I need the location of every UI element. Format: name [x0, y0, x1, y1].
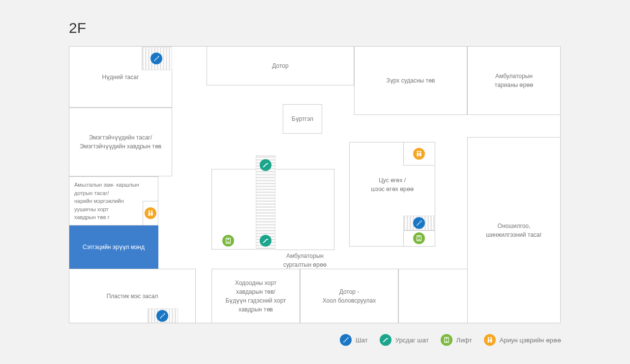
room-gastro-cancer[interactable]: Ходоодны хортхавдарын төв/Бүдүүн гэдэсни… [211, 269, 300, 323]
svg-point-0 [149, 210, 150, 212]
room-label: Сэтгэцийн эрүүл мэнд [83, 243, 145, 252]
legend-item-elevator: Лифт [441, 334, 472, 346]
stairs-icon [413, 217, 425, 229]
restroom-icon [413, 148, 425, 160]
room-mental-health[interactable]: Сэтгэцийн эрүүл мэнд [69, 225, 158, 269]
legend-label: Ариун цэврийн өрөө [500, 336, 561, 344]
restroom-icon [484, 334, 496, 346]
elevator-icon [413, 232, 425, 244]
svg-point-1 [151, 210, 153, 212]
room-label: Амьсгалын зам- харшлындотрын тасаг/нарий… [74, 181, 139, 222]
room-gastro[interactable]: Дотор -Хоол боловсруулах [300, 269, 398, 323]
room-label: Цус өгөх /шээс өгөх өрөө [371, 176, 414, 194]
room-label: Ходоодны хортхавдарын төв/Бүдүүн гэдэсни… [225, 279, 286, 314]
room-label: Пластик мэс засал [107, 292, 158, 301]
svg-point-3 [417, 151, 419, 153]
room-label: Бүртгэл [292, 114, 313, 123]
legend-label: Лифт [456, 336, 472, 344]
escalator-icon [260, 159, 271, 171]
svg-point-9 [490, 337, 492, 339]
room-ambulatory-injection[interactable]: Амбулаторынтарианы өрөө [467, 46, 561, 115]
svg-point-8 [487, 337, 489, 339]
reg2-outline [275, 169, 334, 250]
elevator-icon [222, 235, 234, 247]
label-training: Амбулаторынсургалтын өрөө [274, 252, 335, 269]
room-label: Оношилгоо,шинжилгээний тасаг [486, 222, 542, 239]
legend-item-escalator: Урсдаг шат [380, 334, 429, 346]
room-women[interactable]: Эмэгтэйчүүдийн тасаг/Эмэгтэйчүүдийн хавд… [69, 108, 172, 176]
floor-map: Нүдний тасаг Дотор Зүрх судасны төв Амбу… [69, 46, 561, 323]
svg-point-4 [420, 151, 421, 153]
room-label: Амбулаторынтарианы өрөө [495, 72, 533, 89]
room-registration-1[interactable]: Бүртгэл [283, 104, 322, 134]
legend-item-restroom: Ариун цэврийн өрөө [484, 334, 561, 346]
restroom-icon [145, 207, 156, 219]
room-label: Зүрх судасны төв [387, 76, 435, 85]
room-internal[interactable]: Дотор [207, 46, 354, 85]
stairs-icon [340, 334, 352, 346]
floor-label: 2F [69, 20, 86, 36]
bottom-right-outline [398, 269, 467, 323]
room-cardio[interactable]: Зүрх судасны төв [354, 46, 467, 115]
room-diagnosis[interactable]: Оношилгоо,шинжилгээний тасаг [467, 137, 561, 323]
elevator-icon [441, 334, 452, 346]
stairs-icon [156, 310, 168, 322]
room-label: Дотор -Хоол боловсруулах [323, 287, 376, 305]
room-label: Эмэгтэйчүүдийн тасаг/Эмэгтэйчүүдийн хавд… [80, 133, 161, 151]
room-label: Нүдний тасаг [102, 73, 139, 82]
legend: Шат Урсдаг шат Лифт Ариун цэврийн өрөө [340, 334, 561, 346]
legend-item-stairs: Шат [340, 334, 368, 346]
legend-label: Шат [356, 336, 368, 344]
legend-label: Урсдаг шат [395, 336, 429, 344]
stairs-icon [150, 53, 162, 64]
room-label: Дотор [272, 61, 288, 70]
escalator-icon [260, 235, 271, 247]
escalator-icon [380, 334, 391, 346]
